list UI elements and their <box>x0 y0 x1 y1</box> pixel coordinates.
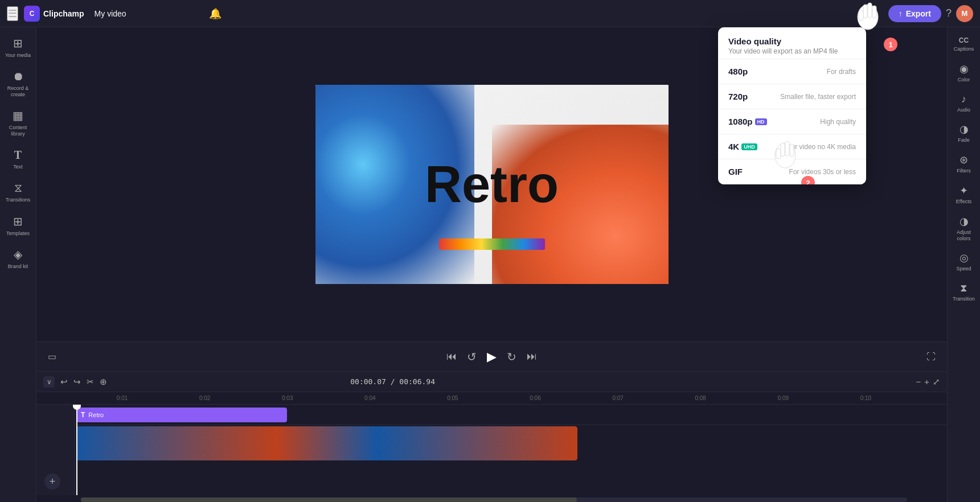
effects-label: Effects <box>956 199 971 205</box>
text-clip[interactable]: T Retro <box>76 408 287 422</box>
content-library-icon: ▦ <box>13 109 23 122</box>
quality-name-4k: 4K UHD <box>728 142 757 151</box>
topbar-left: ☰ C Clipchamp 🔔 <box>7 6 222 22</box>
ruler-mark-6: 0:06 <box>494 395 576 401</box>
video-background: Retro <box>315 85 669 284</box>
avatar[interactable]: M <box>956 5 973 22</box>
record-create-label: Record & create <box>4 85 32 98</box>
notification-button[interactable]: 🔔 <box>209 7 222 20</box>
redo-button[interactable]: ↪ <box>73 377 81 387</box>
ruler-mark-5: 0:05 <box>411 395 494 401</box>
transitions-icon: ⧖ <box>14 182 22 195</box>
quality-option-4k[interactable]: 4K UHD Your video no 4K media <box>718 134 866 159</box>
quality-desc-1080p: High quality <box>820 118 856 126</box>
captions-label: Captions <box>954 46 974 52</box>
ruler-mark-7: 0:07 <box>577 395 659 401</box>
retro-stripe <box>439 238 545 250</box>
text-track: T Retro <box>76 405 947 425</box>
timeline-toolbar: ∨ ↩ ↪ ✂ ⊕ 00:00.07 / 00:06.94 − + ⤢ <box>36 372 947 392</box>
sidebar-item-brand-kit[interactable]: ◈ Brand kit <box>2 243 35 274</box>
sidebar-item-record-create[interactable]: ⏺ Record & create <box>2 65 35 102</box>
sidebar-item-transitions[interactable]: ⧖ Transitions <box>2 177 35 208</box>
quality-name-720p: 720p <box>728 92 748 101</box>
filters-icon: ⊛ <box>960 154 968 166</box>
record-create-icon: ⏺ <box>13 70 24 83</box>
video-title-input[interactable] <box>90 7 199 20</box>
add-track-button[interactable]: + <box>44 474 60 489</box>
brand-kit-icon: ◈ <box>14 248 22 261</box>
right-item-color[interactable]: ◉ Color <box>949 58 979 88</box>
right-item-effects[interactable]: ✦ Effects <box>949 180 979 209</box>
right-item-speed[interactable]: ◎ Speed <box>949 247 979 277</box>
quality-desc-gif: For videos 30s or less <box>789 168 856 176</box>
fullscreen-button[interactable]: ⛶ <box>926 352 936 362</box>
quality-name-480p: 480p <box>728 67 748 76</box>
magnet-button[interactable]: ⊕ <box>100 377 107 387</box>
right-item-transition[interactable]: ⧗ Transition <box>949 278 979 307</box>
scissor-button[interactable]: ✂ <box>87 377 94 387</box>
adjust-colors-icon: ◑ <box>960 215 969 228</box>
right-sidebar: CC Captions ◉ Color ♪ Audio ◑ Fade ⊛ Fil… <box>947 27 980 502</box>
sidebar-item-content-library[interactable]: ▦ Content library <box>2 104 35 142</box>
right-item-audio[interactable]: ♪ Audio <box>949 89 979 118</box>
app-logo: C Clipchamp <box>24 6 84 22</box>
filters-label: Filters <box>957 168 971 174</box>
export-icon: ↑ <box>899 9 903 18</box>
timeline-time: 00:00.07 / 00:06.94 <box>350 377 435 386</box>
ruler-mark-3: 0:03 <box>246 395 329 401</box>
video-track <box>76 425 947 446</box>
color-icon: ◉ <box>960 63 969 75</box>
ruler-mark-2: 0:02 <box>163 395 246 401</box>
color-label: Color <box>958 77 970 83</box>
zoom-out-button[interactable]: − <box>916 377 921 387</box>
timeline-scrollbar[interactable] <box>81 497 907 502</box>
right-item-filters[interactable]: ⊛ Filters <box>949 149 979 179</box>
fit-zoom-button[interactable]: ⤢ <box>933 377 940 387</box>
quality-header: Video quality Your video will export as … <box>718 27 866 59</box>
video-clip[interactable] <box>76 426 577 460</box>
zoom-in-button[interactable]: + <box>924 377 929 387</box>
hd-badge: HD <box>755 118 767 125</box>
expand-collapse-button[interactable]: ∨ <box>43 376 55 388</box>
fast-forward-button[interactable]: ↻ <box>507 350 516 364</box>
quality-subtitle: Your video will export as an MP4 file <box>728 47 856 55</box>
right-item-captions[interactable]: CC Captions <box>949 32 979 57</box>
total-time: 00:06.94 <box>399 377 435 386</box>
undo-button[interactable]: ↩ <box>60 377 68 387</box>
quality-dropdown: Video quality Your video will export as … <box>718 27 866 184</box>
text-clip-label: Retro <box>88 412 104 418</box>
quality-desc-480p: For drafts <box>827 68 856 76</box>
brand-kit-label: Brand kit <box>8 264 28 270</box>
sidebar-item-your-media[interactable]: ⊞ Your media <box>2 32 35 63</box>
quality-option-1080p[interactable]: 1080p HD High quality <box>718 109 866 134</box>
rewind-button[interactable]: ↺ <box>467 350 477 364</box>
right-item-fade[interactable]: ◑ Fade <box>949 118 979 148</box>
right-item-adjust-colors[interactable]: ◑ Adjust colors <box>949 211 979 246</box>
text-icon: T <box>14 149 22 162</box>
sidebar-item-templates[interactable]: ⊞ Templates <box>2 210 35 241</box>
topbar-right: ↑ Export ? M <box>888 5 973 22</box>
timeline-left-panel: + <box>36 405 75 495</box>
speed-label: Speed <box>956 266 971 272</box>
scrollbar-thumb[interactable] <box>81 497 577 502</box>
timeline-playhead[interactable] <box>76 405 77 495</box>
export-button[interactable]: ↑ Export <box>888 5 941 22</box>
help-button[interactable]: ? <box>946 7 952 19</box>
hamburger-button[interactable]: ☰ <box>7 6 18 21</box>
skip-forward-button[interactable]: ⏭ <box>527 351 537 363</box>
quality-option-gif[interactable]: GIF For videos 30s or less <box>718 159 866 184</box>
sidebar-item-text[interactable]: T Text <box>2 144 35 175</box>
text-label: Text <box>13 164 23 170</box>
quality-option-480p[interactable]: 480p For drafts <box>718 59 866 84</box>
time-separator: / <box>391 377 400 386</box>
transitions-label: Transitions <box>6 197 31 203</box>
logo-icon: C <box>24 6 40 22</box>
skip-back-button[interactable]: ⏮ <box>446 351 457 363</box>
quality-option-720p[interactable]: 720p Smaller file, faster export <box>718 84 866 109</box>
templates-icon: ⊞ <box>13 215 23 228</box>
play-button[interactable]: ▶ <box>487 349 497 364</box>
templates-label: Templates <box>6 231 30 237</box>
timeline-tracks: + T Retro <box>36 405 947 495</box>
video-canvas: Retro <box>315 85 669 284</box>
monitor-button[interactable]: ▭ <box>48 351 56 362</box>
